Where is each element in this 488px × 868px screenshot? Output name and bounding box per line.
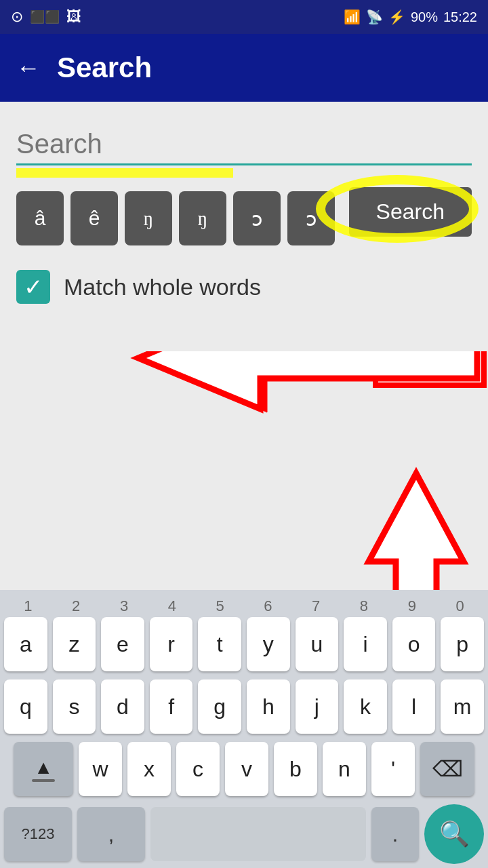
special-char-ng1[interactable]: ŋ — [125, 191, 172, 245]
match-whole-words-label: Match whole words — [64, 274, 261, 300]
key-a[interactable]: a — [4, 617, 47, 671]
keyboard-row-1: a z e r t y u i o p — [4, 617, 484, 671]
keyboard-search-button[interactable]: 🔍 — [424, 804, 484, 864]
special-char-open-o2[interactable]: ɔ — [287, 191, 335, 245]
keyboard-search-icon: 🔍 — [439, 820, 470, 848]
key-r[interactable]: r — [150, 617, 193, 671]
special-chars-row: â ê ŋ ŋ ɔ ɔ — [16, 191, 335, 245]
special-char-a-hat[interactable]: â — [16, 191, 64, 245]
key-f[interactable]: f — [150, 679, 193, 734]
special-char-ng2[interactable]: ŋ — [179, 191, 226, 245]
key-o[interactable]: o — [392, 617, 436, 671]
battery-text: 90% — [411, 9, 438, 25]
numbers-key[interactable]: ?123 — [4, 807, 72, 861]
key-e[interactable]: e — [101, 617, 144, 671]
key-s[interactable]: s — [53, 679, 96, 734]
app-icon: ⊙ — [11, 8, 23, 26]
keyboard-bottom-row: ?123 , . 🔍 — [4, 804, 484, 864]
time-text: 15:22 — [443, 9, 477, 25]
key-k[interactable]: k — [344, 679, 387, 734]
key-num-0: 0 — [439, 597, 481, 616]
key-c[interactable]: c — [176, 742, 220, 796]
back-button[interactable]: ← — [16, 54, 41, 82]
match-whole-words-checkbox[interactable]: ✓ — [16, 270, 50, 304]
key-g[interactable]: g — [198, 679, 241, 734]
key-i[interactable]: i — [344, 617, 387, 671]
lightning-icon: ⚡ — [388, 9, 405, 25]
wifi-icon: 📶 — [344, 9, 361, 25]
key-j[interactable]: j — [296, 679, 339, 734]
keyboard-row-2: q s d f g h j k l m — [4, 679, 484, 734]
shift-key[interactable]: ▲ — [14, 742, 73, 796]
key-m[interactable]: m — [441, 679, 484, 734]
key-h[interactable]: h — [247, 679, 290, 734]
key-y[interactable]: y — [247, 617, 290, 671]
delete-key[interactable]: ⌫ — [420, 742, 474, 796]
comma-key[interactable]: , — [77, 807, 145, 861]
key-l[interactable]: l — [392, 679, 436, 734]
key-num-5: 5 — [199, 597, 241, 616]
svg-marker-0 — [260, 351, 484, 385]
shift-icon: ▲ — [32, 757, 55, 782]
special-char-e-hat[interactable]: ê — [70, 191, 118, 245]
key-apostrophe[interactable]: ' — [371, 742, 415, 796]
key-v[interactable]: v — [225, 742, 268, 796]
main-content: â ê ŋ ŋ ɔ ɔ Search ✓ Match whole words — [0, 102, 488, 617]
search-input[interactable] — [16, 122, 472, 165]
status-left: ⊙ ⬛⬛ 🖼 — [11, 8, 81, 26]
status-right: 📶 📡 ⚡ 90% 15:22 — [344, 9, 477, 25]
key-num-4: 4 — [150, 597, 193, 616]
checkmark-icon: ✓ — [24, 273, 43, 300]
key-z[interactable]: z — [53, 617, 96, 671]
key-q[interactable]: q — [4, 679, 47, 734]
key-u[interactable]: u — [296, 617, 339, 671]
page-title: Search — [57, 52, 152, 84]
key-num-6: 6 — [247, 597, 289, 616]
key-t[interactable]: t — [198, 617, 241, 671]
keyboard-number-row: 1 2 3 4 5 6 7 8 9 0 — [4, 597, 484, 616]
keyboard-row-3: ▲ w x c v b n ' ⌫ — [4, 742, 484, 796]
key-num-1: 1 — [7, 597, 49, 616]
key-num-8: 8 — [343, 597, 386, 616]
key-num-3: 3 — [103, 597, 146, 616]
key-p[interactable]: p — [441, 617, 484, 671]
svg-marker-1 — [152, 351, 267, 412]
match-whole-words-row: ✓ Match whole words — [16, 270, 472, 304]
key-x[interactable]: x — [127, 742, 171, 796]
search-button[interactable]: Search — [349, 187, 472, 237]
period-key[interactable]: . — [371, 807, 419, 861]
keyboard: 1 2 3 4 5 6 7 8 9 0 a z e r t y u i o p … — [0, 590, 488, 868]
key-n[interactable]: n — [323, 742, 366, 796]
photo-icon: 🖼 — [66, 8, 81, 26]
key-w[interactable]: w — [79, 742, 122, 796]
app-bar: ← Search — [0, 34, 488, 102]
key-d[interactable]: d — [101, 679, 144, 734]
status-bar: ⊙ ⬛⬛ 🖼 📶 📡 ⚡ 90% 15:22 — [0, 0, 488, 34]
key-num-7: 7 — [295, 597, 338, 616]
signal-icon: 📡 — [366, 9, 383, 25]
key-b[interactable]: b — [274, 742, 317, 796]
space-key[interactable] — [150, 807, 366, 861]
search-input-wrapper — [16, 122, 472, 165]
key-num-9: 9 — [390, 597, 433, 616]
key-num-2: 2 — [55, 597, 98, 616]
annotation-container — [16, 304, 472, 494]
keyboard-icon: ⬛⬛ — [30, 9, 60, 24]
svg-marker-2 — [138, 351, 477, 409]
search-input-highlight — [16, 168, 233, 178]
special-char-open-o1[interactable]: ɔ — [233, 191, 281, 245]
